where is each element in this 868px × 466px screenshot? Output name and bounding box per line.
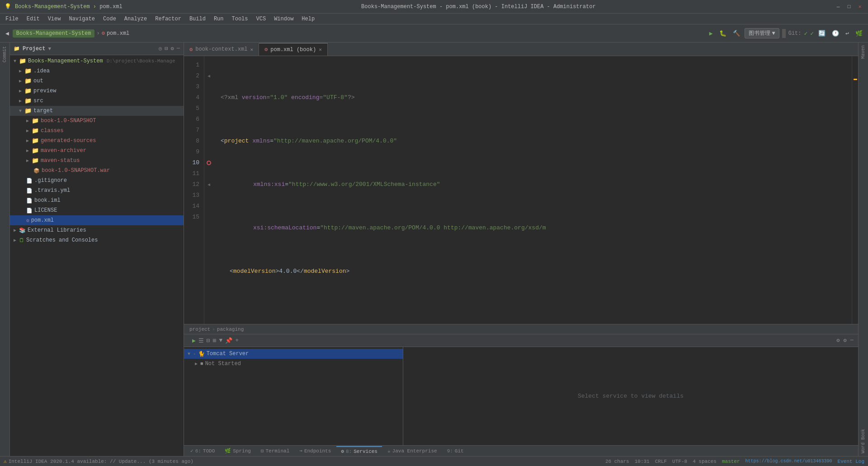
menu-view[interactable]: View [44,15,65,23]
right-side-tabs: Maven Word Book [858,43,868,456]
code-line-5: <modelVersion>4.0.0</modelVersion> [221,266,844,277]
minimize-button[interactable]: — [835,3,842,10]
git-branches-button[interactable]: 🌿 [854,29,864,38]
clock: 10:31 [635,459,650,464]
tree-item-pom[interactable]: ⚙ pom.xml [10,215,184,225]
tab-terminal[interactable]: ⊡ Terminal [256,446,294,456]
services-group-icon[interactable]: ⊞ [213,337,217,344]
tree-item-generated[interactable]: ▶ 📁 generated-sources [10,136,184,146]
fold-icon-12[interactable]: ◀ [204,179,213,190]
tree-item-license[interactable]: 📄 LICENSE [10,205,184,215]
csdn-link: https://blog.csdn.net/u013463390 [745,459,832,464]
tab-close-pom[interactable]: ✕ [319,47,322,52]
fold-icon-2[interactable]: ◀ [204,71,213,81]
editor-main: 1 2 3 4 5 6 7 8 9 10 11 12 13 [184,56,858,334]
settings-icon[interactable]: ⚙ [171,45,174,52]
tree-item-classes[interactable]: ▶ 📁 classes [10,126,184,136]
services-content: ▼ - 🐈 Tomcat Server ▶ ■ Not Started [184,347,858,445]
window-controls[interactable]: — □ ✕ [835,3,863,10]
menu-file[interactable]: File [2,15,22,23]
tab-book-context[interactable]: ⚙ book-context.xml ✕ [184,43,259,56]
menu-bar: File Edit View Navigate Code Analyze Ref… [0,14,868,24]
services-settings-icon[interactable]: ⚙ [836,337,840,344]
tree-item-preview[interactable]: ▶ 📁 preview [10,86,184,96]
tab-git[interactable]: 9: Git [443,446,468,456]
locate-icon[interactable]: ◎ [159,45,162,52]
tree-item-target[interactable]: ▼ 📁 target [10,106,184,116]
tab-services[interactable]: ⚙ 8: Services [336,446,382,456]
hide-panel-icon[interactable]: — [177,45,180,52]
tree-item-scratches[interactable]: ▶ 🗒 Scratches and Consoles [10,235,184,245]
tree-item-iml[interactable]: 📄 book.iml [10,195,184,205]
menu-tools[interactable]: Tools [228,15,252,23]
tree-item-idea[interactable]: ▶ 📁 .idea [10,66,184,76]
git-ok2-icon: ✓ [810,30,814,37]
menu-run[interactable]: Run [210,15,227,23]
sidebar-maven[interactable]: Maven [859,43,867,62]
center-area: ⚙ book-context.xml ✕ ⚙ pom.xml (book) ✕ [184,43,858,456]
maximize-button[interactable]: □ [845,3,853,10]
warning-icon: ⚠ [4,458,7,464]
services-pin-icon[interactable]: 📌 [225,337,232,344]
git-revert-button[interactable]: ↩ [844,29,851,38]
menu-analyze[interactable]: Analyze [121,15,151,23]
collapse-all-icon[interactable]: ⊟ [165,45,168,52]
indent-setting: 4 spaces [693,459,717,464]
code-line-4: xsi:schemaLocation="http://maven.apache.… [221,223,844,233]
git-update-button[interactable]: 🔄 [816,29,827,38]
build-button[interactable]: 🔨 [731,29,742,38]
tab-spring[interactable]: 🌿 Spring [220,446,255,456]
close-button[interactable]: ✕ [856,3,863,10]
git-history-button[interactable]: 🕐 [830,29,841,38]
breakpoint-marker-10[interactable] [204,157,213,168]
services-hide-icon[interactable]: — [850,337,854,344]
services-expand-icon[interactable]: ☰ [198,337,204,344]
tree-item-maven-archiver[interactable]: ▶ 📁 maven-archiver [10,146,184,156]
editor-minimap-gutter [852,56,858,324]
line-ending: CRLF [655,459,667,464]
services-filter-icon[interactable]: ▼ [219,337,222,344]
line-numbers: 1 2 3 4 5 6 7 8 9 10 11 12 13 [184,56,204,324]
tree-item-out[interactable]: ▶ 📁 out [10,76,184,86]
file-label: ⚙ pom.xml [102,30,130,37]
tree-item-maven-status[interactable]: ▶ 📁 maven-status [10,156,184,166]
code-editor[interactable]: 1 2 3 4 5 6 7 8 9 10 11 12 13 [184,56,858,334]
sidebar-word-book[interactable]: Word Book [859,426,867,456]
services-config-icon[interactable]: ⚙ [844,337,847,344]
tree-item-gitignore[interactable]: 📄 .gitignore [10,176,184,185]
run-config-dropdown[interactable]: 图书管理 ▼ [745,28,779,38]
menu-help[interactable]: Help [298,15,318,23]
run-button[interactable]: ▶ [708,29,715,38]
tree-item-book-snapshot[interactable]: ▶ 📁 book-1.0-SNAPSHOT [10,116,184,126]
tree-item-travis[interactable]: 📄 .travis.yml [10,185,184,195]
menu-code[interactable]: Code [99,15,120,23]
tab-close-book-context[interactable]: ✕ [250,47,253,52]
tree-item-ext-libs[interactable]: ▶ 📚 External Libraries [10,225,184,235]
service-tomcat-server[interactable]: ▼ - 🐈 Tomcat Server [184,349,403,359]
services-collapse-icon[interactable]: ⊟ [207,337,210,344]
menu-build[interactable]: Build [186,15,209,23]
tab-endpoints[interactable]: ⊸ Endpoints [295,446,335,456]
service-not-started[interactable]: ▶ ■ Not Started [184,359,403,369]
breadcrumb-project: Books-Management-System [15,4,90,10]
menu-navigate[interactable]: Navigate [65,15,99,23]
project-header-icons: ◎ ⊟ ⚙ — [159,45,180,52]
back-button[interactable]: ◀ [4,29,11,38]
tab-java-enterprise[interactable]: ☕ Java Enterprise [383,446,442,456]
tree-root[interactable]: ▼ 📁 Books-Management-System D:\project\B… [10,56,184,66]
project-label: Books-Management-System [13,29,95,38]
services-run-icon[interactable]: ▶ [192,337,196,344]
tree-item-war[interactable]: 📦 book-1.0-SNAPSHOT.war [10,166,184,176]
tab-pom-xml[interactable]: ⚙ pom.xml (book) ✕ [259,43,328,56]
sidebar-item-commit[interactable]: Commit [1,43,8,65]
menu-refactor[interactable]: Refactor [151,15,185,23]
menu-window[interactable]: Window [270,15,297,23]
debug-button[interactable]: 🐛 [717,29,728,38]
project-panel-header: 📁 Project ▼ ◎ ⊟ ⚙ — [10,43,184,55]
tree-item-src[interactable]: ▶ 📁 src [10,96,184,106]
menu-vcs[interactable]: VCS [253,15,270,23]
code-content[interactable]: <?xml version="1.0" encoding="UTF-8"?> <… [213,56,852,324]
menu-edit[interactable]: Edit [23,15,43,23]
services-add-icon[interactable]: + [235,337,239,344]
tab-todo[interactable]: ✓ 6: TODO [186,446,219,456]
